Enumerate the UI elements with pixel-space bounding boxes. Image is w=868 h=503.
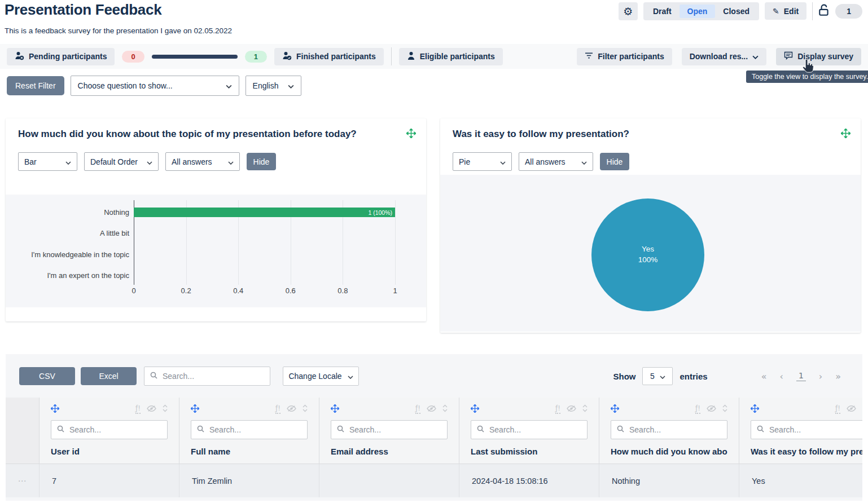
- sort-column-icon[interactable]: [582, 404, 588, 414]
- move-column-icon[interactable]: [751, 404, 759, 415]
- answers-select[interactable]: All answers: [165, 152, 240, 171]
- cell-question-2: Yes: [739, 464, 862, 497]
- sort-column-icon[interactable]: [303, 404, 308, 414]
- sort-column-icon[interactable]: [722, 404, 727, 414]
- hide-column-icon[interactable]: [707, 404, 716, 414]
- current-page[interactable]: 1: [796, 371, 806, 381]
- column-search-input[interactable]: [349, 425, 441, 434]
- chevron-down-icon: [226, 81, 232, 90]
- hide-chart-button[interactable]: Hide: [247, 153, 276, 170]
- column-search-input[interactable]: [489, 425, 581, 434]
- search-icon: [197, 425, 204, 435]
- header-divider: [812, 2, 813, 20]
- hide-column-icon[interactable]: [567, 404, 576, 414]
- search-icon: [337, 425, 344, 435]
- column-search-input[interactable]: [69, 425, 161, 434]
- filter-function-icon[interactable]: ƒ!: [415, 405, 420, 413]
- download-responses-button[interactable]: Download res...: [682, 48, 766, 65]
- chevron-down-icon: [660, 372, 665, 381]
- move-column-icon[interactable]: [611, 404, 619, 415]
- chevron-down-icon: [65, 157, 71, 166]
- answers-select[interactable]: All answers: [519, 152, 593, 171]
- pending-participants-button[interactable]: Pending participants: [7, 48, 115, 65]
- person-check-icon: [282, 51, 292, 62]
- chevron-down-icon: [147, 157, 152, 166]
- table-search: [144, 367, 270, 386]
- order-select[interactable]: Default Order: [84, 152, 159, 171]
- filter-function-icon[interactable]: ƒ!: [135, 405, 141, 413]
- survey-admin-page: Presentation Feedback This is a feedback…: [0, 0, 868, 503]
- eligible-participants-button[interactable]: Eligible participants: [399, 48, 503, 65]
- bar-chart: Nothing A little bit I'm knowledgeable i…: [6, 195, 426, 307]
- chart-type-select[interactable]: Pie: [453, 152, 512, 171]
- settings-button[interactable]: ⚙: [619, 2, 638, 20]
- search-icon: [617, 425, 624, 435]
- row-menu-button[interactable]: ⋯: [6, 464, 40, 497]
- finished-participants-button[interactable]: Finished participants: [274, 48, 384, 65]
- x-tick: 0.2: [181, 286, 191, 295]
- speech-bubble-icon: [784, 51, 793, 61]
- responses-table: ƒ! User id ƒ!: [6, 398, 862, 497]
- chevron-down-icon: [228, 157, 234, 166]
- move-column-icon[interactable]: [331, 404, 339, 415]
- page-size-select[interactable]: 5: [642, 367, 673, 385]
- language-select[interactable]: English: [246, 76, 301, 96]
- hide-column-icon[interactable]: [287, 404, 296, 414]
- last-page-button[interactable]: »: [835, 371, 841, 382]
- export-excel-button[interactable]: Excel: [81, 367, 137, 385]
- table-row[interactable]: ⋯ 7 Tim Zemlin 2024-04-18 15:08:16 Nothi…: [6, 464, 862, 497]
- column-header-question-1: ƒ! How much did you know about t: [599, 398, 739, 464]
- move-card-icon[interactable]: [406, 129, 416, 140]
- next-page-button[interactable]: ›: [819, 371, 822, 382]
- status-draft[interactable]: Draft: [645, 5, 680, 18]
- person-x-icon: [15, 51, 24, 62]
- hide-column-icon[interactable]: [147, 404, 156, 414]
- participants-toolbar: Pending participants 0 1 Finished partic…: [0, 44, 868, 69]
- hide-column-icon[interactable]: [427, 404, 436, 414]
- move-column-icon[interactable]: [191, 404, 199, 415]
- status-open[interactable]: Open: [680, 5, 716, 18]
- filter-participants-button[interactable]: Filter participants: [577, 48, 672, 65]
- question-select[interactable]: Choose question to show...: [71, 76, 239, 96]
- column-header-question-2: ƒ! Was it easy to follow my pres: [739, 398, 862, 464]
- responses-table-panel: CSV Excel Change Locale Show 5 entries «: [6, 354, 862, 501]
- page-subtitle: This is a feedback survey for the presen…: [5, 27, 232, 35]
- chevron-down-icon: [348, 372, 353, 381]
- chart-type-select[interactable]: Bar: [18, 152, 77, 171]
- bar-chart-question-title: How much did you know about the topic of…: [18, 129, 357, 140]
- cell-question-1: Nothing: [599, 464, 739, 497]
- sort-column-icon[interactable]: [163, 404, 168, 414]
- sort-column-icon[interactable]: [442, 404, 448, 414]
- hide-chart-button[interactable]: Hide: [600, 153, 629, 170]
- column-search-input[interactable]: [769, 425, 861, 434]
- first-page-button[interactable]: «: [761, 371, 767, 382]
- pie-chart-card: Was it easy to follow my presentation? P…: [440, 118, 861, 333]
- bar-category-label: Nothing: [6, 202, 129, 223]
- edit-button[interactable]: ✎ Edit: [765, 2, 806, 20]
- filter-function-icon[interactable]: ƒ!: [555, 405, 560, 413]
- bar-category-label: I'm knowledgeable in the topic: [6, 244, 129, 265]
- x-tick: 0.4: [233, 286, 243, 295]
- column-search-input[interactable]: [629, 425, 721, 434]
- move-card-icon[interactable]: [841, 129, 851, 140]
- statistics-filter-row: Reset Filter Choose question to show... …: [7, 76, 301, 96]
- table-search-input[interactable]: [163, 372, 264, 381]
- prev-page-button[interactable]: ‹: [779, 371, 783, 382]
- x-tick: 0: [131, 286, 135, 295]
- filter-function-icon[interactable]: ƒ!: [275, 405, 280, 413]
- reset-filter-button[interactable]: Reset Filter: [7, 76, 64, 95]
- mouse-cursor-hand: [801, 59, 814, 76]
- move-column-icon[interactable]: [471, 404, 479, 415]
- status-closed[interactable]: Closed: [715, 5, 757, 18]
- column-search-input[interactable]: [209, 425, 301, 434]
- display-survey-button[interactable]: Display survey: [776, 48, 861, 65]
- chevron-down-icon: [581, 157, 587, 166]
- hide-column-icon[interactable]: [847, 404, 856, 414]
- change-locale-select[interactable]: Change Locale: [283, 367, 359, 386]
- filter-function-icon[interactable]: ƒ!: [835, 405, 840, 413]
- move-column-icon[interactable]: [51, 404, 59, 415]
- export-csv-button[interactable]: CSV: [19, 367, 75, 385]
- filter-function-icon[interactable]: ƒ!: [695, 405, 700, 413]
- bar-category-label: I'm an expert on the topic: [6, 265, 129, 286]
- finished-count-badge: 1: [245, 51, 267, 63]
